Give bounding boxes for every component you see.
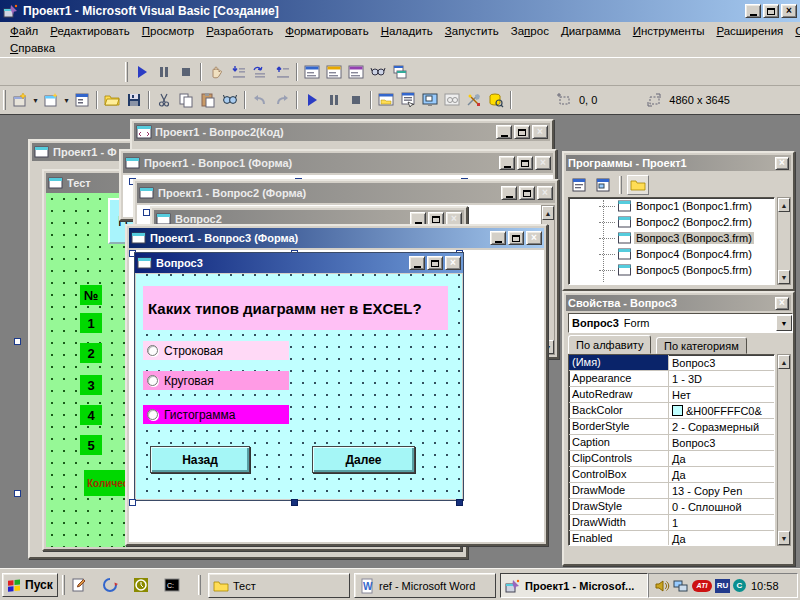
pause-icon[interactable] <box>153 61 175 83</box>
tray-app-icon[interactable]: C <box>733 579 746 592</box>
property-row[interactable]: ClipControlsДа <box>569 451 774 467</box>
maximize-button[interactable] <box>763 4 779 18</box>
property-value[interactable]: Вопрос3 <box>669 435 774 450</box>
close-button[interactable]: × <box>775 157 789 170</box>
toolbox-icon[interactable] <box>463 89 485 111</box>
find-icon[interactable] <box>219 89 241 111</box>
close-button[interactable]: × <box>775 297 789 310</box>
close-button[interactable]: × <box>526 231 542 245</box>
close-button[interactable]: × <box>537 186 553 200</box>
doc-ql-icon[interactable] <box>68 575 90 595</box>
maximize-button[interactable] <box>517 156 533 170</box>
property-value[interactable]: 1 - 3D <box>669 371 774 386</box>
win-watch-icon[interactable] <box>345 61 367 83</box>
menu-item-addins[interactable]: Расширения <box>710 24 789 38</box>
form-layout-icon[interactable] <box>419 89 441 111</box>
property-row[interactable]: (Имя)Вопрос3 <box>569 355 774 371</box>
maximize-button[interactable] <box>427 256 443 270</box>
quick-watch-icon[interactable] <box>367 61 389 83</box>
minimize-button[interactable] <box>496 125 512 139</box>
selection-handle[interactable] <box>129 499 136 506</box>
property-row[interactable]: BorderStyle2 - Соразмерный <box>569 419 774 435</box>
language-indicator[interactable]: RU <box>715 579 730 593</box>
toolbar-grip[interactable] <box>3 90 6 110</box>
stop-icon[interactable] <box>175 61 197 83</box>
menu-item-tools[interactable]: Инструменты <box>627 24 711 38</box>
step-over-icon[interactable] <box>249 61 271 83</box>
selection-handle[interactable] <box>14 490 21 497</box>
step-into-icon[interactable] <box>227 61 249 83</box>
win-immediate-icon[interactable] <box>323 61 345 83</box>
cut-icon[interactable] <box>153 89 175 111</box>
menu-item-view[interactable]: Просмотр <box>136 24 201 38</box>
app-titlebar[interactable]: Проект1 - Microsoft Visual Basic [Создан… <box>0 0 800 22</box>
project-tree-item[interactable]: Вопрос1 (Вопрос1.frm) <box>569 198 774 214</box>
menu-item-project[interactable]: Разработать <box>200 24 279 38</box>
project-tree-item[interactable]: Вопрос5 (Вопрос5.frm) <box>569 262 774 278</box>
property-value[interactable]: 13 - Copy Pen <box>669 483 774 498</box>
close-button[interactable]: × <box>445 256 461 270</box>
step-out-icon[interactable] <box>271 61 293 83</box>
scroll-up-icon[interactable]: ▲ <box>778 355 790 369</box>
view-object-icon[interactable] <box>592 175 614 195</box>
radio-icon[interactable] <box>147 409 158 420</box>
toolbar-grip[interactable] <box>125 62 128 82</box>
form-new-icon[interactable] <box>40 89 62 111</box>
network-icon[interactable] <box>673 578 689 594</box>
form1-titlebar[interactable]: Проект1 - Вопрос1 (Форма) × <box>123 153 553 173</box>
form3-titlebar[interactable]: Вопрос3 × <box>135 253 463 273</box>
save-icon[interactable] <box>123 89 145 111</box>
option-3[interactable]: Гистограмма <box>143 405 289 424</box>
paste-icon[interactable] <box>197 89 219 111</box>
taskbar-grip[interactable] <box>62 575 65 595</box>
radio-icon[interactable] <box>147 375 158 386</box>
property-row[interactable]: CaptionВопрос3 <box>569 435 774 451</box>
selection-handle[interactable] <box>456 499 463 506</box>
win-locals-icon[interactable] <box>301 61 323 83</box>
active-window-titlebar[interactable]: Проект1 - Вопрос3 (Форма) × <box>129 228 544 248</box>
project-tree-item[interactable]: Вопрос4 (Вопрос4.frm) <box>569 246 774 262</box>
minimize-button[interactable] <box>499 156 515 170</box>
combo-dropdown-icon[interactable]: ▼ <box>776 315 792 331</box>
task-button[interactable]: Тест <box>208 573 350 598</box>
maximize-button[interactable] <box>519 186 535 200</box>
play-icon[interactable] <box>131 61 153 83</box>
menu-item-debug[interactable]: Наладить <box>375 24 439 38</box>
selection-handle[interactable] <box>291 499 298 506</box>
tab-categorized[interactable]: По категориям <box>656 337 747 354</box>
menu-item-edit[interactable]: Редактировать <box>44 24 135 38</box>
task-button[interactable]: Wref - Microsoft Word <box>354 573 496 598</box>
copy-icon[interactable] <box>175 89 197 111</box>
close-button[interactable]: × <box>532 125 548 139</box>
property-value[interactable]: 0 - Сплошной <box>669 499 774 514</box>
option-2[interactable]: Круговая <box>143 371 289 390</box>
clock-ql-icon[interactable] <box>130 575 152 595</box>
properties-icon[interactable] <box>397 89 419 111</box>
property-value[interactable]: Да <box>669 467 774 482</box>
back-button[interactable]: Назад <box>150 446 250 473</box>
code-window-titlebar[interactable]: Проект1 - Вопрос2(Код) × <box>134 123 550 141</box>
scroll-down-icon[interactable]: ▼ <box>778 270 790 284</box>
vb-project-icon[interactable] <box>9 89 31 111</box>
property-row[interactable]: Appearance1 - 3D <box>569 371 774 387</box>
property-row[interactable]: AutoRedrawНет <box>569 387 774 403</box>
menu-item-format[interactable]: Форматировать <box>279 24 374 38</box>
play-icon[interactable] <box>301 89 323 111</box>
radio-icon[interactable] <box>147 345 158 356</box>
menu-item-query[interactable]: Запрос <box>505 24 555 38</box>
properties-vscrollbar[interactable]: ▲ ▼ <box>777 354 791 546</box>
proj-explorer-icon[interactable] <box>375 89 397 111</box>
selection-handle[interactable] <box>143 209 150 216</box>
menu-editor-icon[interactable] <box>71 89 93 111</box>
property-row[interactable]: BackColor&H00FFFFC0& <box>569 403 774 419</box>
dropdown-arrow-icon[interactable]: ▾ <box>31 96 40 105</box>
toggle-folders-icon[interactable] <box>627 175 649 195</box>
form2-titlebar[interactable]: Проект1 - Вопрос2 (Форма) × <box>137 183 555 203</box>
property-value[interactable]: Да <box>669 451 774 466</box>
next-button[interactable]: Далее <box>312 446 415 473</box>
property-value[interactable]: 1 <box>669 515 774 530</box>
undo-icon[interactable] <box>249 89 271 111</box>
minimize-button[interactable] <box>490 231 506 245</box>
selection-handle[interactable] <box>14 338 21 345</box>
data-view-icon[interactable] <box>485 89 507 111</box>
